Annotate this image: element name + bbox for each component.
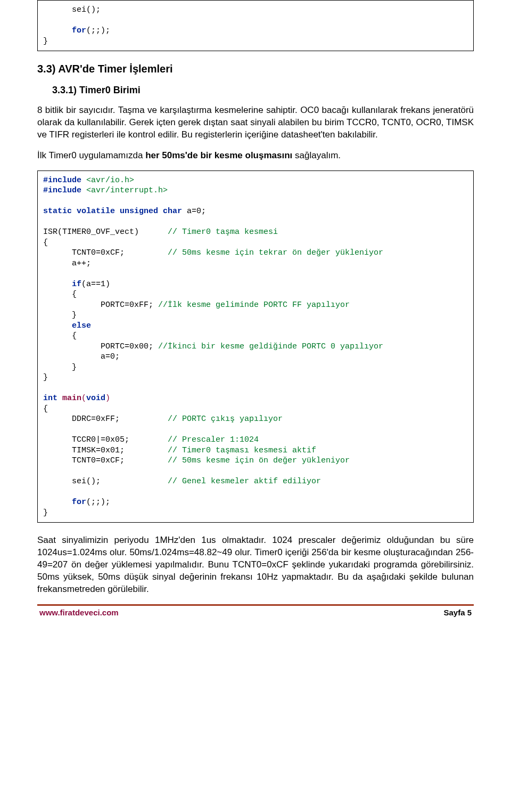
comment: // 50ms kesme için ön değer yükleniyor <box>168 456 350 465</box>
code-text: sei(); <box>43 477 168 486</box>
code-text: PORTC=0x00; <box>43 342 158 351</box>
brace: } <box>43 363 77 372</box>
include-kw: #include <box>43 176 81 185</box>
code-text: (;;); <box>86 498 110 507</box>
footer-page: Sayfa 5 <box>443 608 472 617</box>
brace: } <box>43 373 48 382</box>
brace: { <box>43 331 77 340</box>
comment: // PORTC çıkış yapılıyor <box>168 415 283 424</box>
brace: { <box>43 238 48 247</box>
paragraph-1: 8 bitlik bir sayıcıdır. Taşma ve karşıla… <box>37 104 474 141</box>
keyword-else: else <box>72 321 91 330</box>
paragraph-3: Saat sinyalimizin periyodu 1MHz'den 1us … <box>37 534 474 596</box>
code-text: a=0; <box>43 352 120 361</box>
include-path: <avr/interrupt.h> <box>81 186 168 195</box>
comment: //İkinci bir kesme geldiğinde PORTC 0 ya… <box>158 342 383 351</box>
indent <box>43 280 72 289</box>
code-text: DDRC=0xFF; <box>43 415 168 424</box>
code-text: (a==1) <box>81 280 110 289</box>
comment: //İlk kesme geliminde PORTC FF yapılıyor <box>158 301 350 310</box>
brace: { <box>43 404 48 413</box>
heading-3: 3.3.1) Timer0 Birimi <box>52 85 474 96</box>
code-text: TIMSK=0x01; <box>43 446 168 455</box>
text: İlk Timer0 uygulamamızda <box>37 150 145 160</box>
paren: ) <box>105 394 110 403</box>
code-text: a++; <box>43 259 91 268</box>
comment: // Timer0 taşma kesmesi <box>168 228 278 237</box>
brace: } <box>43 508 48 517</box>
paragraph-2: İlk Timer0 uygulamamızda her 50ms'de bir… <box>37 150 474 162</box>
footer: www.firatdeveci.com Sayfa 5 <box>37 608 474 617</box>
keyword-for: for <box>72 498 86 507</box>
text-bold: her 50ms'de bir kesme oluşmasını <box>145 150 292 160</box>
indent <box>43 321 72 330</box>
include-path: <avr/io.h> <box>81 176 134 185</box>
heading-2: 3.3) AVR'de Timer İşlemleri <box>37 63 474 75</box>
comment: // Prescaler 1:1024 <box>168 435 259 444</box>
code-block-2: #include <avr/io.h> #include <avr/interr… <box>37 170 474 523</box>
code-text: a=0; <box>187 207 206 216</box>
footer-url: www.firatdeveci.com <box>39 608 119 617</box>
code-text: TCCR0|=0x05; <box>43 435 168 444</box>
code-text: TCNT0=0xCF; <box>43 456 168 465</box>
brace: } <box>43 311 77 320</box>
code-text: PORTC=0xFF; <box>43 301 158 310</box>
keyword-for: for <box>72 26 86 35</box>
comment: // Genel kesmeler aktif ediliyor <box>168 477 321 486</box>
keyword-main: main <box>62 394 81 403</box>
page-content: sei(); for(;;); } 3.3) AVR'de Timer İşle… <box>0 0 511 628</box>
code-indent <box>43 26 72 35</box>
code-text: (;;); <box>86 26 110 35</box>
code-line: } <box>43 37 48 46</box>
type-kw: static volatile unsigned char <box>43 207 187 216</box>
code-line: sei(); <box>43 5 101 14</box>
keyword-void: void <box>86 394 105 403</box>
text: sağlayalım. <box>292 150 341 160</box>
indent <box>43 498 72 507</box>
footer-rule <box>37 604 474 606</box>
paren: ( <box>81 394 86 403</box>
brace: { <box>43 290 77 299</box>
code-block-1: sei(); for(;;); } <box>37 0 474 51</box>
comment: // Timer0 taşması kesmesi aktif <box>168 446 316 455</box>
keyword-if: if <box>72 280 81 289</box>
type-kw: int <box>43 394 62 403</box>
include-kw: #include <box>43 186 81 195</box>
code-text: TCNT0=0xCF; <box>43 248 168 257</box>
comment: // 50ms kesme için tekrar ön değer yükle… <box>168 248 383 257</box>
code-text: ISR(TIMER0_OVF_vect) <box>43 228 168 237</box>
